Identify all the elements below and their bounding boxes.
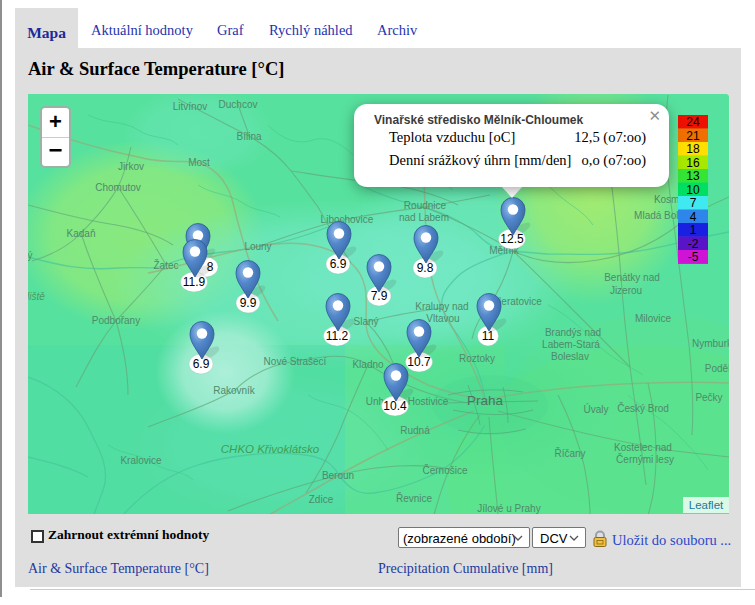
svg-text:10: 10 xyxy=(686,183,700,197)
svg-text:Duchcov: Duchcov xyxy=(219,99,258,110)
svg-text:Praha: Praha xyxy=(467,393,504,408)
svg-text:Kadaň: Kadaň xyxy=(67,228,96,239)
svg-text:Most: Most xyxy=(188,157,210,168)
svg-text:1: 1 xyxy=(690,223,697,237)
svg-text:Vltavou: Vltavou xyxy=(426,313,459,324)
svg-text:Rudná: Rudná xyxy=(400,425,430,436)
svg-text:Kladno: Kladno xyxy=(352,359,384,370)
svg-text:6.9: 6.9 xyxy=(330,257,347,271)
svg-text:Bílina: Bílina xyxy=(236,131,261,142)
svg-text:Podbořany: Podbořany xyxy=(92,315,140,326)
svg-text:Kralupy nad: Kralupy nad xyxy=(415,301,468,312)
svg-text:Poděbrady: Poděbrady xyxy=(705,363,729,374)
svg-text:Benátky nad: Benátky nad xyxy=(604,272,660,283)
svg-text:Český Brod: Český Brod xyxy=(617,402,669,414)
svg-text:Nymburk: Nymburk xyxy=(692,338,729,349)
svg-text:Roztoky: Roztoky xyxy=(459,353,495,364)
svg-text:-2: -2 xyxy=(688,237,699,251)
svg-text:9.8: 9.8 xyxy=(417,261,434,275)
svg-text:Milovice: Milovice xyxy=(635,313,672,324)
svg-text:Žatec: Žatec xyxy=(153,259,178,271)
svg-text:Slaný: Slaný xyxy=(353,316,378,327)
svg-text:liště: liště xyxy=(28,291,45,302)
svg-text:Říčany: Říčany xyxy=(554,447,585,459)
svg-text:Kostelec nad: Kostelec nad xyxy=(614,442,672,453)
svg-text:Pečky: Pečky xyxy=(695,392,722,403)
svg-text:Černými lesy: Černými lesy xyxy=(616,453,674,465)
svg-text:Libochovice: Libochovice xyxy=(321,214,374,225)
svg-text:10.4: 10.4 xyxy=(383,399,407,413)
svg-text:Jirkov: Jirkov xyxy=(118,161,144,172)
svg-text:CHKO Křivoklátsko: CHKO Křivoklátsko xyxy=(221,443,320,455)
svg-text:21: 21 xyxy=(686,129,700,143)
svg-text:Litvínov: Litvínov xyxy=(173,101,207,112)
svg-text:24: 24 xyxy=(686,115,700,129)
svg-text:Hostivice: Hostivice xyxy=(408,396,449,407)
svg-text:-5: -5 xyxy=(688,250,699,264)
svg-text:13: 13 xyxy=(686,169,700,183)
svg-text:11.2: 11.2 xyxy=(326,329,349,343)
svg-text:Černošice: Černošice xyxy=(422,464,467,476)
svg-text:Labem-Stará: Labem-Stará xyxy=(542,339,600,350)
svg-text:ý: ý xyxy=(28,250,33,261)
svg-text:16: 16 xyxy=(686,156,700,170)
svg-text:Beroun: Beroun xyxy=(322,470,354,481)
svg-text:Řevnice: Řevnice xyxy=(396,492,433,504)
svg-text:4: 4 xyxy=(690,210,697,224)
svg-text:7: 7 xyxy=(690,196,697,210)
svg-text:Boleslav: Boleslav xyxy=(551,351,589,362)
svg-text:Zdice: Zdice xyxy=(309,494,334,505)
svg-text:Úvaly: Úvaly xyxy=(583,403,608,415)
svg-text:18: 18 xyxy=(686,142,700,156)
svg-text:Chomutov: Chomutov xyxy=(95,182,141,193)
svg-text:Brandýs nad: Brandýs nad xyxy=(545,327,601,338)
svg-text:Roudnice: Roudnice xyxy=(404,200,447,211)
svg-text:Rakovník: Rakovník xyxy=(213,385,256,396)
svg-text:11.9: 11.9 xyxy=(183,275,206,289)
svg-text:6.9: 6.9 xyxy=(193,357,210,371)
svg-text:Jizerou: Jizerou xyxy=(610,285,642,296)
svg-text:Jílové u Prahy: Jílové u Prahy xyxy=(477,503,540,514)
svg-text:Louny: Louny xyxy=(244,241,271,252)
svg-text:Kralovice: Kralovice xyxy=(120,455,162,466)
svg-text:nad Labem: nad Labem xyxy=(399,212,449,223)
svg-text:Nové Strašecí: Nové Strašecí xyxy=(264,356,327,367)
